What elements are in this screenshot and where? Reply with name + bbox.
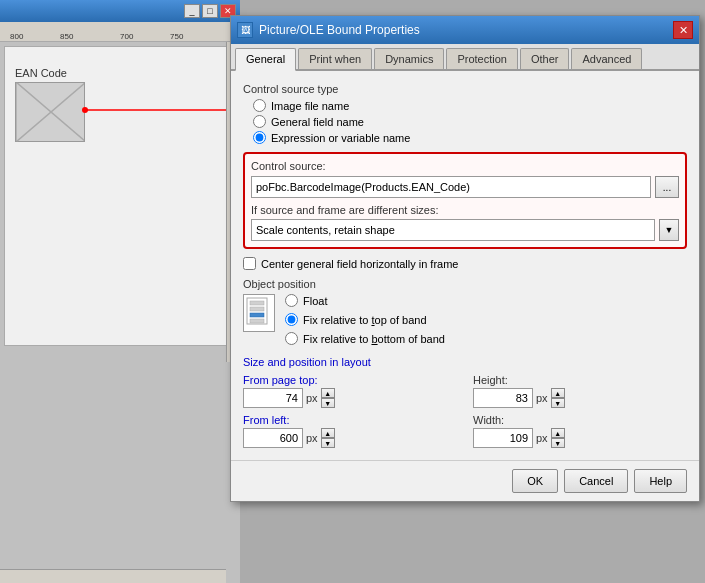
height-spinner: px ▲ ▼ <box>473 388 687 408</box>
radio-fix-bottom[interactable] <box>285 332 298 345</box>
radio-general-label: General field name <box>271 116 364 128</box>
radio-general-field[interactable] <box>253 115 266 128</box>
radio-image-file[interactable] <box>253 99 266 112</box>
radio-fix-top[interactable] <box>285 313 298 326</box>
width-label: Width: <box>473 414 687 426</box>
cancel-button[interactable]: Cancel <box>564 469 628 493</box>
svg-rect-7 <box>250 307 264 311</box>
size-pos-section: Size and position in layout From page to… <box>243 356 687 448</box>
center-checkbox[interactable] <box>243 257 256 270</box>
connector-line <box>85 105 236 115</box>
from-left-down[interactable]: ▼ <box>321 438 335 448</box>
control-source-label: Control source: <box>251 160 679 172</box>
center-checkbox-row: Center general field horizontally in fra… <box>243 257 687 270</box>
radio-fix-top-row: Fix relative to top of band <box>285 313 445 326</box>
from-left-unit: px <box>306 432 318 444</box>
help-button[interactable]: Help <box>634 469 687 493</box>
svg-rect-9 <box>250 319 264 323</box>
from-left-field: From left: px ▲ ▼ <box>243 414 457 448</box>
radio-fix-bottom-row: Fix relative to bottom of band <box>285 332 445 345</box>
dialog-button-bar: OK Cancel Help <box>231 460 699 501</box>
svg-rect-6 <box>250 301 264 305</box>
tab-other[interactable]: Other <box>520 48 570 69</box>
tab-advanced[interactable]: Advanced <box>571 48 642 69</box>
height-label: Height: <box>473 374 687 386</box>
tab-protection[interactable]: Protection <box>446 48 518 69</box>
from-page-top-label: From page top: <box>243 374 457 386</box>
radio-expression[interactable] <box>253 131 266 144</box>
from-page-top-field: From page top: px ▲ ▼ <box>243 374 457 408</box>
control-source-input[interactable] <box>251 176 651 198</box>
scale-input[interactable] <box>251 219 655 241</box>
height-input[interactable] <box>473 388 533 408</box>
control-source-type-label: Control source type <box>243 83 687 95</box>
control-source-input-row: ... <box>251 176 679 198</box>
from-left-spinbtns: ▲ ▼ <box>321 428 335 448</box>
width-input[interactable] <box>473 428 533 448</box>
radio-row-expression: Expression or variable name <box>253 131 687 144</box>
from-page-top-unit: px <box>306 392 318 404</box>
from-left-up[interactable]: ▲ <box>321 428 335 438</box>
window-controls: _ □ ✕ <box>184 4 236 18</box>
radio-row-general: General field name <box>253 115 687 128</box>
height-field: Height: px ▲ ▼ <box>473 374 687 408</box>
ruler-mark: 700 <box>120 32 133 41</box>
dialog-title-area: 🖼 Picture/OLE Bound Properties <box>237 22 420 38</box>
from-page-top-down[interactable]: ▼ <box>321 398 335 408</box>
browse-button[interactable]: ... <box>655 176 679 198</box>
tab-dynamics[interactable]: Dynamics <box>374 48 444 69</box>
height-up[interactable]: ▲ <box>551 388 565 398</box>
from-page-top-spinbtns: ▲ ▼ <box>321 388 335 408</box>
object-position-section: Object position Float <box>243 278 687 348</box>
radio-fix-top-label: Fix relative to top of band <box>303 314 427 326</box>
position-icon <box>243 294 275 332</box>
dialog-titlebar: 🖼 Picture/OLE Bound Properties ✕ <box>231 16 699 44</box>
designer-panel: _ □ ✕ 800 850 700 750 EAN Code <box>0 0 240 583</box>
from-left-label: From left: <box>243 414 457 426</box>
radio-float-row: Float <box>285 294 445 307</box>
radio-fix-bottom-label: Fix relative to bottom of band <box>303 333 445 345</box>
radio-float[interactable] <box>285 294 298 307</box>
svg-point-4 <box>82 107 88 113</box>
ruler-mark: 750 <box>170 32 183 41</box>
width-down[interactable]: ▼ <box>551 438 565 448</box>
tab-print-when[interactable]: Print when <box>298 48 372 69</box>
radio-expression-label: Expression or variable name <box>271 132 410 144</box>
dialog-title-text: Picture/OLE Bound Properties <box>259 23 420 37</box>
dropdown-arrow[interactable]: ▼ <box>659 219 679 241</box>
from-page-top-input[interactable] <box>243 388 303 408</box>
position-radios: Float Fix relative to top of band Fix re… <box>285 294 445 348</box>
size-pos-label: Size and position in layout <box>243 356 687 368</box>
height-down[interactable]: ▼ <box>551 398 565 408</box>
scale-dropdown-row: ▼ <box>251 219 679 241</box>
position-icon-svg <box>245 296 273 330</box>
width-spinner: px ▲ ▼ <box>473 428 687 448</box>
tab-bar: General Print when Dynamics Protection O… <box>231 44 699 71</box>
minimize-button[interactable]: _ <box>184 4 200 18</box>
svg-rect-8 <box>250 313 264 317</box>
object-position-inner: Float Fix relative to top of band Fix re… <box>243 294 687 348</box>
ruler-mark: 850 <box>60 32 73 41</box>
dialog-icon: 🖼 <box>237 22 253 38</box>
designer-canvas: EAN Code <box>4 46 236 346</box>
width-spinbtns: ▲ ▼ <box>551 428 565 448</box>
tab-general[interactable]: General <box>235 48 296 71</box>
control-source-section: Control source: ... If source and frame … <box>243 152 687 249</box>
from-left-input[interactable] <box>243 428 303 448</box>
dialog-close-button[interactable]: ✕ <box>673 21 693 39</box>
maximize-button[interactable]: □ <box>202 4 218 18</box>
radio-float-label: Float <box>303 295 327 307</box>
from-page-top-up[interactable]: ▲ <box>321 388 335 398</box>
ruler-mark: 800 <box>10 32 23 41</box>
width-up[interactable]: ▲ <box>551 428 565 438</box>
dialog-window: 🖼 Picture/OLE Bound Properties ✕ General… <box>230 15 700 502</box>
ok-button[interactable]: OK <box>512 469 558 493</box>
width-unit: px <box>536 432 548 444</box>
center-checkbox-label: Center general field horizontally in fra… <box>261 258 459 270</box>
horizontal-scrollbar[interactable] <box>0 569 226 583</box>
height-spinbtns: ▲ ▼ <box>551 388 565 408</box>
width-field: Width: px ▲ ▼ <box>473 414 687 448</box>
size-pos-grid: From page top: px ▲ ▼ Height: <box>243 374 687 448</box>
from-page-top-spinner: px ▲ ▼ <box>243 388 457 408</box>
ean-x-icon <box>16 82 84 142</box>
